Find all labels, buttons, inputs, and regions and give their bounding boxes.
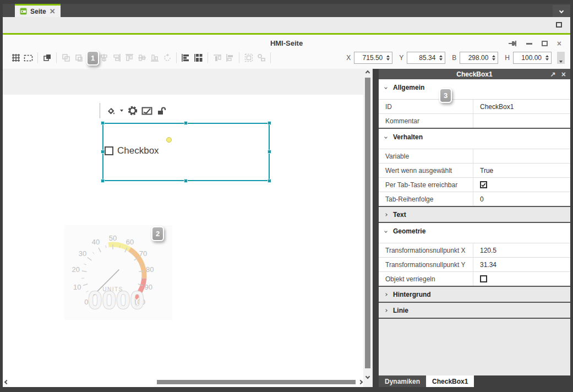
align-bottom-icon[interactable] bbox=[148, 52, 161, 64]
rotate-icon[interactable] bbox=[161, 52, 173, 64]
toolbar-separator bbox=[208, 52, 208, 63]
coord-y-input[interactable]: 85.34 bbox=[407, 52, 445, 64]
ungroup-icon[interactable] bbox=[255, 52, 268, 64]
resize-handle[interactable] bbox=[101, 150, 105, 154]
annotation-badge-1: 1 bbox=[86, 51, 99, 66]
widget-mini-toolbar bbox=[100, 103, 167, 118]
coord-y-label: Y bbox=[399, 54, 403, 62]
checkbox-widget[interactable]: Checkbox bbox=[105, 145, 159, 156]
horizontal-scrollbar[interactable] bbox=[4, 379, 362, 385]
tab-close-icon[interactable]: ✕ bbox=[50, 8, 56, 15]
resize-handle[interactable] bbox=[101, 121, 105, 125]
property-row-per-tab-taste[interactable]: Per Tab-Taste erreichbar bbox=[379, 177, 570, 192]
property-row-transform-x[interactable]: Transformationsnullpunkt X 120.5 bbox=[379, 243, 570, 257]
coord-x-input[interactable]: 715.50 bbox=[354, 52, 392, 64]
properties-panel-body: Allgemein ID CheckBox1 Kommentar Verhalt… bbox=[379, 79, 570, 375]
spinner-arrows[interactable] bbox=[384, 55, 392, 61]
scroll-up-icon[interactable] bbox=[365, 70, 370, 75]
section-divider bbox=[379, 318, 570, 319]
section-linie[interactable]: Linie bbox=[379, 303, 570, 318]
pin-icon[interactable] bbox=[509, 40, 517, 47]
coord-h-input[interactable]: 100.00 bbox=[513, 52, 552, 64]
vertical-scrollbar[interactable] bbox=[363, 69, 373, 387]
scroll-down-icon[interactable] bbox=[365, 374, 370, 379]
checkbox-checked[interactable] bbox=[480, 181, 487, 188]
section-allgemein[interactable]: Allgemein bbox=[379, 79, 570, 95]
svg-text:70: 70 bbox=[139, 249, 147, 258]
coord-b-input[interactable]: 298.00 bbox=[460, 52, 498, 64]
align-top-icon[interactable] bbox=[123, 52, 135, 64]
same-width-icon[interactable] bbox=[211, 52, 223, 64]
dynamics-icon[interactable] bbox=[141, 105, 153, 117]
align-middle-icon[interactable] bbox=[135, 52, 148, 64]
property-row-kommentar[interactable]: Kommentar bbox=[379, 113, 570, 128]
transform-origin-dot[interactable] bbox=[166, 137, 172, 143]
spinner-arrows[interactable] bbox=[490, 55, 498, 61]
fill-color-icon[interactable] bbox=[105, 105, 117, 117]
property-row-transform-y[interactable]: Transformationsnullpunkt Y 31.34 bbox=[379, 257, 570, 271]
undock-icon[interactable]: ↗ bbox=[550, 70, 556, 78]
distribute-vertical-icon[interactable] bbox=[192, 52, 205, 64]
property-row-wert-wenn-ausgewaehlt[interactable]: Wert wenn ausgewählt True bbox=[379, 163, 570, 177]
geometry-coordinate-fields: X 715.50 Y 85.34 B 298.00 bbox=[340, 52, 565, 64]
tab-list-dropdown-button[interactable] bbox=[553, 5, 570, 17]
checkbox-unchecked[interactable] bbox=[480, 275, 487, 282]
checkbox-widget-box[interactable] bbox=[105, 146, 113, 155]
tab-dynamiken[interactable]: Dynamiken bbox=[379, 375, 426, 387]
chevron-down-icon bbox=[384, 135, 388, 139]
property-row-objekt-verriegeln[interactable]: Objekt verriegeln bbox=[379, 271, 570, 286]
close-icon[interactable]: × bbox=[561, 70, 566, 79]
align-center-icon[interactable] bbox=[97, 52, 110, 64]
toolbar-separator bbox=[37, 52, 38, 63]
section-spacer bbox=[379, 145, 570, 149]
section-verhalten[interactable]: Verhalten bbox=[379, 129, 570, 145]
toolbar-overflow-button[interactable] bbox=[557, 52, 565, 64]
distribute-horizontal-icon[interactable] bbox=[179, 52, 192, 64]
property-row-tab-reihenfolge[interactable]: Tab-Reihenfolge 0 bbox=[379, 192, 570, 206]
tab-checkbox1[interactable]: CheckBox1 bbox=[426, 375, 474, 387]
maximize-icon[interactable] bbox=[556, 22, 562, 28]
svg-text:40: 40 bbox=[92, 238, 100, 246]
hmi-editor-window: { "window": { "tab": { "label": "Seite",… bbox=[0, 0, 573, 392]
scroll-left-icon[interactable] bbox=[4, 380, 9, 384]
canvas-editor[interactable]: Checkbox 0102030405060708090100UNITS0000 bbox=[3, 69, 373, 387]
section-geometrie[interactable]: Geometrie bbox=[379, 223, 570, 239]
coord-x: X 715.50 bbox=[346, 52, 392, 64]
chevron-down-icon[interactable] bbox=[120, 110, 123, 112]
coord-b: B 298.00 bbox=[452, 52, 498, 64]
checkbox-widget-label: Checkbox bbox=[117, 145, 159, 156]
bring-to-front-icon[interactable] bbox=[41, 52, 53, 64]
horizontal-scroll-thumb[interactable] bbox=[157, 380, 356, 384]
resize-handle[interactable] bbox=[184, 121, 188, 125]
resize-handle[interactable] bbox=[268, 150, 271, 154]
spinner-arrows[interactable] bbox=[543, 55, 551, 61]
resize-handle[interactable] bbox=[268, 179, 271, 183]
resize-handle[interactable] bbox=[101, 179, 105, 183]
section-text[interactable]: Text bbox=[379, 207, 570, 222]
unlock-icon[interactable] bbox=[155, 105, 167, 117]
properties-panel-header: CheckBox1 ↗ × bbox=[379, 69, 570, 79]
bring-forward-icon[interactable] bbox=[72, 52, 85, 64]
properties-panel-title: CheckBox1 bbox=[456, 70, 492, 78]
scroll-right-icon[interactable] bbox=[358, 380, 363, 384]
property-row-variable[interactable]: Variable bbox=[379, 149, 570, 163]
resize-handle[interactable] bbox=[268, 121, 271, 125]
send-to-back-icon[interactable] bbox=[59, 52, 72, 64]
vertical-scroll-thumb[interactable] bbox=[365, 78, 370, 368]
align-right-icon[interactable] bbox=[110, 52, 123, 64]
resize-handle[interactable] bbox=[184, 179, 188, 183]
grid-icon[interactable] bbox=[9, 52, 22, 64]
coord-x-label: X bbox=[346, 54, 351, 62]
group-icon[interactable] bbox=[242, 52, 255, 64]
spinner-arrows[interactable] bbox=[437, 55, 445, 61]
chevron-down-icon bbox=[384, 86, 388, 89]
same-height-icon[interactable] bbox=[223, 52, 236, 64]
section-hintergrund[interactable]: Hintergrund bbox=[379, 287, 570, 302]
marquee-icon[interactable] bbox=[22, 52, 35, 64]
settings-gear-icon[interactable] bbox=[127, 105, 139, 117]
maximize-icon[interactable] bbox=[542, 41, 548, 46]
close-icon[interactable]: × bbox=[557, 40, 561, 47]
property-row-id[interactable]: ID CheckBox1 bbox=[379, 99, 570, 113]
tab-seite[interactable]: Seite ✕ bbox=[15, 4, 61, 17]
minimize-icon[interactable] bbox=[526, 43, 532, 45]
